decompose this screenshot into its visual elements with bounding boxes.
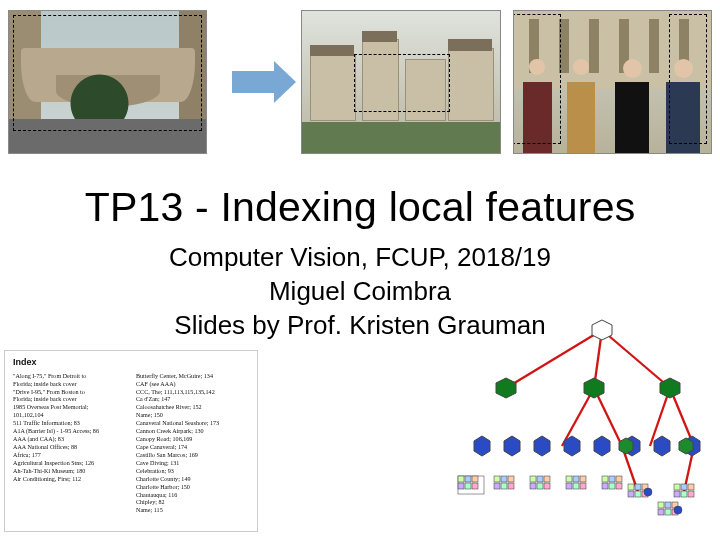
image-city-model — [301, 10, 500, 154]
svg-rect-41 — [544, 483, 550, 489]
svg-rect-52 — [609, 483, 615, 489]
header-image-row — [0, 0, 720, 156]
image-group-people — [513, 10, 712, 154]
svg-rect-72 — [681, 491, 687, 497]
svg-rect-28 — [465, 483, 471, 489]
svg-rect-30 — [494, 476, 500, 482]
svg-marker-14 — [504, 436, 520, 456]
svg-line-4 — [594, 388, 622, 446]
svg-rect-70 — [688, 484, 694, 490]
svg-marker-15 — [534, 436, 550, 456]
svg-rect-26 — [472, 476, 478, 482]
svg-point-60 — [644, 488, 652, 496]
svg-rect-45 — [566, 483, 572, 489]
svg-rect-49 — [609, 476, 615, 482]
author-line: Miguel Coimbra — [269, 276, 451, 306]
svg-rect-31 — [501, 476, 507, 482]
svg-rect-64 — [658, 509, 664, 515]
arrow-icon — [219, 71, 289, 93]
svg-rect-25 — [465, 476, 471, 482]
svg-rect-50 — [616, 476, 622, 482]
image-bridge — [8, 10, 207, 154]
svg-rect-46 — [573, 483, 579, 489]
svg-rect-58 — [635, 491, 641, 497]
vocabulary-tree-diagram — [412, 316, 712, 532]
svg-rect-35 — [508, 483, 514, 489]
svg-marker-17 — [594, 436, 610, 456]
svg-rect-55 — [635, 484, 641, 490]
svg-marker-10 — [496, 378, 516, 398]
svg-rect-43 — [573, 476, 579, 482]
svg-marker-12 — [660, 378, 680, 398]
svg-rect-24 — [458, 476, 464, 482]
svg-rect-44 — [580, 476, 586, 482]
index-col-right: Butterfly Center, McGuire; 134 CAF (see … — [136, 373, 251, 516]
svg-marker-16 — [564, 436, 580, 456]
svg-rect-73 — [688, 491, 694, 497]
svg-marker-11 — [584, 378, 604, 398]
book-index-image: Index "Along I-75," From Detroit to Flor… — [4, 350, 258, 532]
svg-rect-53 — [616, 483, 622, 489]
svg-rect-38 — [544, 476, 550, 482]
svg-rect-71 — [674, 491, 680, 497]
svg-rect-29 — [472, 483, 478, 489]
index-heading: Index — [13, 357, 251, 369]
svg-rect-54 — [628, 484, 634, 490]
svg-marker-13 — [474, 436, 490, 456]
index-col-left: "Along I-75," From Detroit to Florida; i… — [13, 373, 128, 516]
svg-point-67 — [674, 506, 682, 514]
svg-rect-65 — [665, 509, 671, 515]
svg-rect-37 — [537, 476, 543, 482]
svg-rect-68 — [674, 484, 680, 490]
svg-rect-69 — [681, 484, 687, 490]
svg-rect-32 — [508, 476, 514, 482]
svg-marker-21 — [619, 438, 633, 454]
svg-line-2 — [602, 330, 670, 388]
svg-rect-34 — [501, 483, 507, 489]
svg-rect-27 — [458, 483, 464, 489]
svg-marker-22 — [679, 438, 693, 454]
svg-marker-9 — [592, 320, 612, 340]
svg-rect-48 — [602, 476, 608, 482]
svg-rect-62 — [665, 502, 671, 508]
svg-rect-51 — [602, 483, 608, 489]
svg-line-3 — [562, 388, 594, 446]
svg-rect-47 — [580, 483, 586, 489]
svg-rect-57 — [628, 491, 634, 497]
slide-title: TP13 - Indexing local features — [0, 184, 720, 231]
svg-rect-40 — [537, 483, 543, 489]
svg-rect-39 — [530, 483, 536, 489]
svg-line-0 — [506, 330, 602, 388]
svg-rect-36 — [530, 476, 536, 482]
svg-rect-42 — [566, 476, 572, 482]
svg-rect-61 — [658, 502, 664, 508]
course-line: Computer Vision, FCUP, 2018/19 — [169, 242, 551, 272]
svg-rect-33 — [494, 483, 500, 489]
svg-marker-19 — [654, 436, 670, 456]
